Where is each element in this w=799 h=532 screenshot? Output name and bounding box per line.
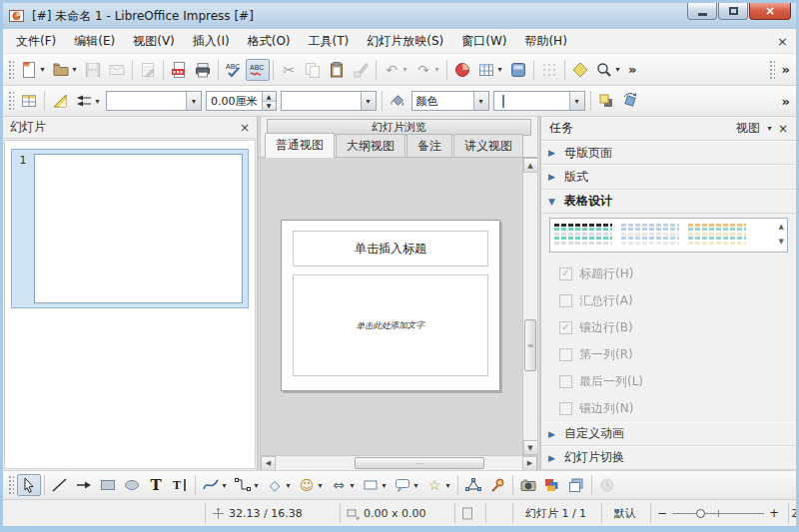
dropdown-arrow-icon[interactable]: ▾	[317, 481, 324, 490]
menu-file[interactable]: 文件(F)	[7, 30, 65, 53]
tasks-view-menu-button[interactable]: 视图	[736, 120, 760, 137]
dropdown-arrow-icon[interactable]: ▾	[39, 65, 46, 74]
insert-chart-button[interactable]	[450, 59, 474, 81]
insert-ole-object-button[interactable]	[506, 59, 530, 81]
close-button[interactable]: ×	[749, 3, 791, 20]
tab-outline-view[interactable]: 大纲视图	[336, 134, 405, 157]
shadow-button[interactable]	[594, 90, 618, 112]
dropdown-arrow-icon[interactable]: ▾	[614, 65, 621, 74]
checkbox-total-row[interactable]: 汇总行(A)	[559, 287, 790, 314]
toolbar-overflow-button[interactable]: »	[778, 94, 794, 109]
spellcheck-button[interactable]: ABC	[222, 59, 246, 81]
insert-picture-button[interactable]	[516, 474, 540, 496]
dropdown-arrow-icon[interactable]: ▾	[569, 92, 584, 110]
section-slide-transition[interactable]: ▶ 幻灯片切换	[541, 446, 796, 470]
line-width-spinner[interactable]: 0.00厘米▲▼	[206, 91, 277, 111]
line-style-select[interactable]: ▾	[106, 91, 202, 111]
menu-help[interactable]: 帮助(H)	[515, 30, 575, 53]
dropdown-arrow-icon[interactable]: ▾	[361, 92, 376, 110]
dropdown-arrow-icon[interactable]: ▾	[285, 481, 292, 490]
toolbar-grip[interactable]	[8, 60, 14, 80]
area-style-button[interactable]	[386, 90, 409, 112]
text-tool-button[interactable]: T	[144, 474, 168, 496]
maximize-button[interactable]	[718, 3, 748, 20]
menu-tools[interactable]: 工具(T)	[300, 30, 359, 53]
tasks-panel-close-button[interactable]: ×	[778, 122, 788, 136]
zoom-button[interactable]: ▾	[592, 59, 624, 81]
table-style-option-3[interactable]	[686, 221, 748, 249]
arrange-button[interactable]	[564, 474, 588, 496]
tab-handout-view[interactable]: 讲义视图	[453, 134, 523, 157]
glue-points-button[interactable]	[485, 474, 509, 496]
insert-table-button[interactable]: ▾	[474, 59, 506, 81]
export-pdf-button[interactable]	[167, 59, 191, 81]
slides-panel-close-button[interactable]: ×	[240, 121, 250, 135]
curve-tool-button[interactable]: ▾	[199, 474, 231, 496]
minimize-button[interactable]	[687, 3, 717, 20]
toolbar-grip[interactable]	[8, 91, 14, 111]
dropdown-arrow-icon[interactable]: ▾	[71, 65, 78, 74]
title-bar[interactable]: [#] 未命名 1 - LibreOffice Impress [#] ×	[3, 3, 796, 29]
page-style-field[interactable]: 默认	[601, 503, 647, 523]
edit-points-button[interactable]	[461, 474, 485, 496]
dropdown-arrow-icon[interactable]: ▾	[381, 481, 388, 490]
horizontal-scroll-track[interactable]: ⋯	[276, 456, 522, 470]
body-placeholder[interactable]: 单击此处添加文字	[293, 274, 488, 376]
block-arrows-button[interactable]: ⇔▾	[327, 474, 359, 496]
fill-type-select[interactable]: 颜色▾	[411, 91, 489, 111]
vertical-text-tool-button[interactable]: T	[168, 474, 192, 496]
line-arrow-tool-button[interactable]	[72, 474, 96, 496]
dropdown-arrow-icon[interactable]: ▾	[186, 92, 201, 110]
style-scroll-down-icon[interactable]: ▼	[779, 239, 784, 246]
tab-normal-view[interactable]: 普通视图	[265, 133, 335, 158]
checkbox-banded-rows[interactable]: ✓ 镶边行(B)	[559, 314, 790, 341]
line-tool-button[interactable]	[48, 474, 72, 496]
line-width-value[interactable]: 0.00厘米	[207, 94, 262, 109]
dropdown-arrow-icon[interactable]: ▾	[349, 481, 356, 490]
section-layouts[interactable]: ▶ 版式	[541, 165, 796, 189]
dropdown-arrow-icon[interactable]: ▾	[444, 481, 451, 490]
print-button[interactable]	[191, 59, 215, 81]
helplines-button[interactable]	[48, 90, 72, 112]
close-document-button[interactable]: ×	[777, 34, 788, 49]
title-placeholder[interactable]: 单击插入标题	[293, 231, 488, 266]
menu-insert[interactable]: 插入(I)	[184, 30, 239, 53]
checkbox-last-column[interactable]: 最后一列(L)	[559, 368, 790, 395]
dropdown-arrow-icon[interactable]: ▾	[496, 65, 503, 74]
scroll-right-icon[interactable]: ▶	[522, 456, 537, 471]
ellipse-tool-button[interactable]	[120, 474, 144, 496]
zoom-percent-field[interactable]: 2	[788, 503, 796, 523]
table-style-option-2[interactable]	[619, 221, 681, 249]
new-document-button[interactable]: ▾	[17, 59, 49, 81]
select-tool-button[interactable]	[17, 474, 41, 496]
spin-up-icon[interactable]: ▲	[263, 92, 276, 101]
spin-down-icon[interactable]: ▼	[263, 101, 276, 111]
dropdown-arrow-icon[interactable]: ▾	[766, 124, 773, 133]
dropdown-arrow-icon[interactable]: ▾	[94, 97, 101, 106]
scroll-left-icon[interactable]: ◀	[261, 456, 276, 471]
dropdown-arrow-icon[interactable]: ▾	[473, 92, 488, 110]
checkbox-header-row[interactable]: ✓ 标题行(H)	[559, 261, 790, 287]
horizontal-scroll-thumb[interactable]: ⋯	[355, 457, 484, 469]
auto-spellcheck-button[interactable]: ABC	[246, 59, 270, 81]
table-properties-button[interactable]	[17, 90, 41, 112]
zoom-out-button[interactable]: −	[657, 506, 667, 520]
navigator-button[interactable]	[568, 59, 592, 81]
open-button[interactable]: ▾	[49, 59, 81, 81]
dropdown-arrow-icon[interactable]: ▾	[221, 481, 228, 490]
line-color-select[interactable]: ▾	[281, 91, 377, 111]
slide-thumbnail-1[interactable]: 1	[11, 149, 249, 308]
table-style-option-1[interactable]	[552, 221, 614, 249]
toolbar-grip[interactable]	[8, 475, 14, 495]
checkbox-first-column[interactable]: 第一列(R)	[559, 341, 790, 368]
callout-shapes-button[interactable]: ▾	[391, 474, 422, 496]
tab-notes-view[interactable]: 备注	[406, 134, 452, 157]
scroll-up-icon[interactable]: ▲	[523, 158, 538, 173]
zoom-slider-thumb[interactable]	[696, 509, 705, 518]
toolbar-overflow-button[interactable]: »	[624, 62, 640, 77]
slide-canvas[interactable]: 单击插入标题 单击此处添加文字	[281, 220, 500, 391]
menu-slideshow[interactable]: 幻灯片放映(S)	[358, 30, 452, 53]
checkbox-banded-columns[interactable]: 镶边列(N)	[559, 395, 790, 422]
section-table-design[interactable]: ▼ 表格设计	[541, 190, 796, 214]
scroll-down-icon[interactable]: ▼	[523, 440, 538, 455]
